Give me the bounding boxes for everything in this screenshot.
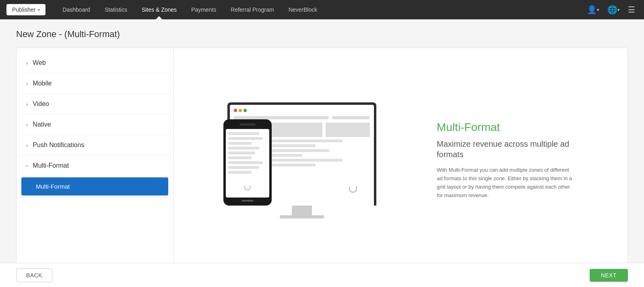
svg-point-0 xyxy=(245,184,250,190)
phone-bar-6 xyxy=(228,156,252,159)
messages-icon: ☰ xyxy=(628,5,635,15)
next-button[interactable]: NEXT xyxy=(590,269,628,282)
description-title: Multi-Format xyxy=(437,121,574,134)
nav-link-statistics[interactable]: Statistics xyxy=(97,0,134,19)
nav-link-payments[interactable]: Payments xyxy=(184,0,223,19)
chevron-right-icon-native: › xyxy=(26,122,28,128)
description-panel: Multi-Format Maximize revenue across mul… xyxy=(437,121,574,200)
messages-button[interactable]: ☰ xyxy=(625,3,638,16)
nav-link-dashboard[interactable]: Dashboard xyxy=(55,0,97,19)
accordion-header-mobile[interactable]: › Mobile xyxy=(17,73,173,94)
language-caret-icon: ▾ xyxy=(617,7,620,12)
accordion-label-multiformat: Multi-Format xyxy=(33,162,69,169)
account-button[interactable]: 👤 ▾ xyxy=(584,3,602,16)
publisher-chevron-icon: ▾ xyxy=(38,8,40,12)
nav-link-neverblock[interactable]: NeverBlock xyxy=(281,0,325,19)
phone-bar-1 xyxy=(228,132,259,135)
nav-links: Dashboard Statistics Sites & Zones Payme… xyxy=(55,0,584,19)
description-body: With Multi-Format you can add multiple z… xyxy=(437,166,574,200)
publisher-label: Publisher xyxy=(12,6,35,13)
page-title: New Zone - (Multi-Format) xyxy=(16,29,628,40)
accordion-label-video: Video xyxy=(33,100,49,108)
chevron-right-icon-push: › xyxy=(26,142,28,148)
monitor-foot xyxy=(280,215,324,218)
chevron-right-icon-video: › xyxy=(26,101,28,107)
dot-yellow xyxy=(239,109,242,112)
mc-bar-wide-1 xyxy=(234,116,329,119)
dot-red xyxy=(234,109,237,112)
phone-bar-4 xyxy=(228,147,259,150)
chevron-right-icon-web: › xyxy=(26,60,28,66)
dot-green xyxy=(244,109,247,112)
phone-bar-3 xyxy=(228,142,252,145)
account-icon: 👤 xyxy=(587,5,597,15)
nav-right-actions: 👤 ▾ 🌐 ▾ ☰ xyxy=(584,3,638,16)
account-caret-icon: ▾ xyxy=(597,7,599,12)
accordion-label-native: Native xyxy=(33,121,51,128)
footer: BACK NEXT xyxy=(0,263,644,287)
accordion-item-push: › Push Notifications xyxy=(17,135,173,156)
accordion-item-native: › Native xyxy=(17,114,173,135)
globe-icon: 🌐 xyxy=(607,5,617,15)
accordion-header-native[interactable]: › Native xyxy=(17,114,173,135)
phone-screen xyxy=(226,129,269,198)
monitor-dots xyxy=(234,109,370,112)
accordion-label-push: Push Notifications xyxy=(33,141,84,149)
main-card: › Web › Mobile › Video › Native xyxy=(16,48,628,273)
phone-illustration xyxy=(223,119,272,206)
svg-point-1 xyxy=(349,185,357,192)
nav-link-referral[interactable]: Referral Program xyxy=(223,0,281,19)
sub-item-multiformat[interactable]: Multi-Format xyxy=(21,177,168,195)
accordion-header-video[interactable]: › Video xyxy=(17,94,173,114)
accordion-label-mobile: Mobile xyxy=(33,80,52,87)
monitor-big-bar-2 xyxy=(326,123,370,137)
back-button[interactable]: BACK xyxy=(16,268,52,282)
accordion-header-multiformat[interactable]: › Multi-Format xyxy=(17,156,173,176)
right-panel: Multi-Format Maximize revenue across mul… xyxy=(173,48,627,273)
chevron-down-icon-multiformat: › xyxy=(24,165,30,166)
monitor-spinner xyxy=(348,184,358,193)
accordion-item-video: › Video xyxy=(17,94,173,114)
publisher-button[interactable]: Publisher ▾ xyxy=(6,4,45,15)
phone-bar-2 xyxy=(228,137,263,140)
phone-bar-5 xyxy=(228,152,255,154)
nav-link-sites-zones[interactable]: Sites & Zones xyxy=(134,0,184,19)
phone-bar-8 xyxy=(228,166,259,169)
accordion-label-web: Web xyxy=(33,59,46,67)
left-panel: › Web › Mobile › Video › Native xyxy=(17,48,173,273)
top-navigation: Publisher ▾ Dashboard Statistics Sites &… xyxy=(0,0,644,19)
chevron-right-icon-mobile: › xyxy=(26,81,28,87)
phone-outer xyxy=(223,119,272,206)
description-subtitle: Maximize revenue across multiple ad form… xyxy=(437,139,574,160)
page-body: New Zone - (Multi-Format) › Web › Mobile… xyxy=(0,19,644,287)
monitor-row-1 xyxy=(234,116,370,119)
monitor-neck xyxy=(292,206,312,215)
phone-bar-7 xyxy=(228,161,263,164)
phone-spinner xyxy=(244,183,252,191)
illustration xyxy=(227,102,413,218)
accordion-header-web[interactable]: › Web xyxy=(17,53,173,73)
accordion-item-web: › Web xyxy=(17,53,173,73)
accordion-item-mobile: › Mobile xyxy=(17,73,173,94)
accordion-item-multiformat: › Multi-Format Multi-Format xyxy=(17,156,173,198)
phone-notch xyxy=(239,123,256,126)
mc-bar-med-1 xyxy=(332,116,370,119)
language-button[interactable]: 🌐 ▾ xyxy=(605,3,622,16)
accordion-header-push[interactable]: › Push Notifications xyxy=(17,135,173,155)
phone-home-bar xyxy=(242,200,254,202)
phone-bar-9 xyxy=(228,171,252,174)
